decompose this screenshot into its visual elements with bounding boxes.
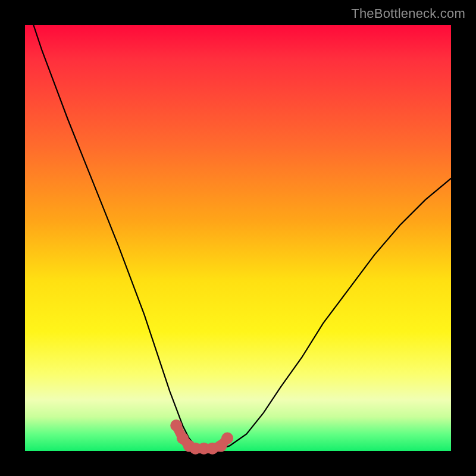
optimal-region-marker-dots: [170, 419, 233, 455]
chart-svg: [25, 25, 451, 451]
bottleneck-curve: [33, 25, 451, 449]
chart-frame: TheBottleneck.com: [0, 0, 476, 476]
marker-dot: [221, 433, 233, 444]
chart-plot-area: [25, 25, 451, 451]
marker-dot: [170, 419, 182, 431]
watermark-text: TheBottleneck.com: [351, 6, 465, 21]
